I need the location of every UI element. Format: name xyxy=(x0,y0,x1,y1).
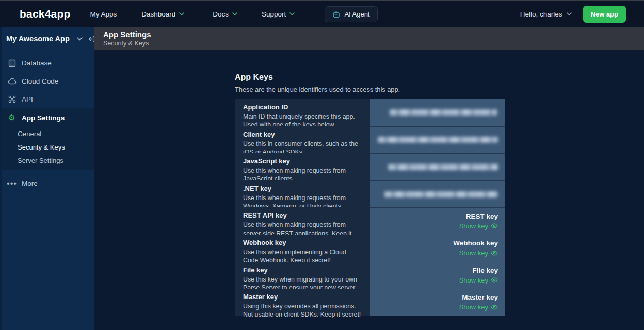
chevron-down-icon xyxy=(232,12,237,15)
app-keys-title: App Keys xyxy=(235,73,273,82)
key-value-label: REST key xyxy=(459,212,498,220)
key-value-cell: File key Show key xyxy=(370,262,505,289)
api-nodes-icon xyxy=(7,95,17,103)
nav-docs-label: Docs xyxy=(213,10,229,18)
nav-dashboard-label: Dashboard xyxy=(141,10,175,18)
key-value-label: File key xyxy=(459,267,498,274)
eye-icon xyxy=(491,305,498,310)
chevron-down-icon xyxy=(289,12,295,15)
key-row-application-id: Application ID Main ID that uniquely spe… xyxy=(235,99,505,126)
app-name: My Awesome App xyxy=(6,35,70,43)
greeting-label: Hello, charles xyxy=(520,10,562,18)
key-value-cell xyxy=(370,180,505,208)
sidebar-item-label: Cloud Code xyxy=(22,77,58,85)
key-row-rest-api-key: REST API key Use this when making reques… xyxy=(235,207,505,235)
page-title: App Settings xyxy=(103,30,644,39)
hidden-key-value xyxy=(390,109,497,116)
sidebar-item-database[interactable]: Database xyxy=(0,54,94,72)
eye-icon xyxy=(491,277,498,283)
key-row-dotnet-key: .NET key Use this when making requests f… xyxy=(235,180,505,208)
top-navbar: back4app My Apps Dashboard Docs Support xyxy=(0,1,644,27)
app-keys-description: These are the unique identifiers used to… xyxy=(235,86,400,93)
key-value-cell: REST key Show key xyxy=(370,207,505,235)
page-header: App Settings Security & Keys xyxy=(94,27,644,50)
key-row-master-key: Master key Using this key overrides all … xyxy=(235,289,505,316)
key-row-file-key: File key Use this key when migrating to … xyxy=(235,262,505,289)
sidebar-item-app-settings[interactable]: ⚙ App Settings xyxy=(0,108,94,127)
gear-icon: ⚙ xyxy=(7,114,17,122)
sidebar-item-general[interactable]: General xyxy=(0,127,94,140)
ai-agent-button[interactable]: AI Agent xyxy=(325,6,377,22)
app-settings-section: ⚙ App Settings General Security & Keys S… xyxy=(0,108,94,170)
hidden-key-value xyxy=(378,137,498,143)
main-content: App Keys These are the unique identifier… xyxy=(94,50,644,330)
sidebar-item-api[interactable]: API xyxy=(0,90,94,108)
sidebar: My Awesome App Data xyxy=(0,27,94,330)
chevron-down-icon xyxy=(179,12,184,15)
key-name: Master key xyxy=(243,293,362,301)
nav-my-apps-label: My Apps xyxy=(90,10,117,18)
ai-agent-label: AI Agent xyxy=(344,10,369,18)
key-row-client-key: Client key Use this in consumer clients,… xyxy=(235,126,505,154)
key-value-label: Master key xyxy=(459,293,498,301)
show-key-link[interactable]: Show key xyxy=(459,249,498,257)
sidebar-item-label: More xyxy=(22,179,38,187)
back4app-logo[interactable]: back4app xyxy=(20,8,70,20)
chevron-down-icon xyxy=(567,12,572,15)
sidebar-item-cloud-code[interactable]: Cloud Code xyxy=(0,72,94,90)
key-value-cell xyxy=(370,99,505,126)
key-name: JavaScript key xyxy=(243,157,362,165)
app-switcher[interactable]: My Awesome App xyxy=(0,27,94,50)
key-name: REST API key xyxy=(243,211,362,219)
key-name: Webhook key xyxy=(243,239,362,246)
nav-support-label: Support xyxy=(262,10,286,18)
key-value-cell: Webhook key Show key xyxy=(370,235,505,262)
sidebar-item-more[interactable]: ••• More xyxy=(0,174,94,192)
show-key-link[interactable]: Show key xyxy=(459,222,498,230)
navbar-right: Hello, charles New app xyxy=(520,6,626,23)
hidden-key-value xyxy=(388,164,498,170)
cloud-icon xyxy=(7,78,17,85)
sidebar-item-label: App Settings xyxy=(22,114,65,122)
user-menu[interactable]: Hello, charles xyxy=(520,10,572,18)
nav-dashboard[interactable]: Dashboard xyxy=(141,10,184,18)
ellipsis-icon: ••• xyxy=(7,182,17,186)
hidden-key-value xyxy=(384,191,498,197)
nav-support[interactable]: Support xyxy=(262,10,295,18)
key-row-webhook-key: Webhook key Use this when implementing a… xyxy=(235,235,505,262)
show-key-link[interactable]: Show key xyxy=(459,276,498,284)
robot-icon xyxy=(332,11,340,18)
chevron-down-icon[interactable] xyxy=(77,37,83,41)
new-app-button[interactable]: New app xyxy=(583,6,626,23)
key-name: Application ID xyxy=(243,103,362,111)
nav-my-apps[interactable]: My Apps xyxy=(90,10,117,18)
key-value-label: Webhook key xyxy=(453,239,498,247)
eye-icon xyxy=(491,251,498,256)
nav-docs[interactable]: Docs xyxy=(213,10,237,18)
key-value-cell xyxy=(370,153,505,180)
sidebar-item-label: Database xyxy=(22,59,52,67)
database-icon xyxy=(7,59,17,67)
sidebar-item-security-keys[interactable]: Security & Keys xyxy=(0,140,94,154)
key-value-cell: Master key Show key xyxy=(370,289,505,316)
app-keys-table: Application ID Main ID that uniquely spe… xyxy=(235,99,505,316)
page-subtitle: Security & Keys xyxy=(103,40,644,47)
sidebar-edge xyxy=(0,27,2,330)
sidebar-item-server-settings[interactable]: Server Settings xyxy=(0,154,94,167)
key-description: Using this key overrides all permissions… xyxy=(243,302,362,319)
key-name: Client key xyxy=(243,130,362,138)
key-name: File key xyxy=(243,266,362,274)
sidebar-item-label: API xyxy=(22,95,33,103)
show-key-link[interactable]: Show key xyxy=(459,303,498,311)
key-name: .NET key xyxy=(243,185,362,192)
eye-icon xyxy=(491,223,498,228)
key-value-cell xyxy=(370,126,505,154)
key-row-javascript-key: JavaScript key Use this when making requ… xyxy=(235,153,505,180)
